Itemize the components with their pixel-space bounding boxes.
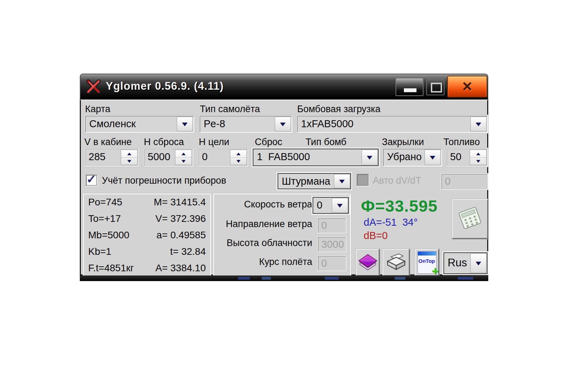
maximize-button[interactable] (426, 79, 444, 95)
h-target-spin-down-button[interactable]: ▼ (230, 158, 246, 165)
bottom-artifacts (262, 277, 271, 280)
cloud-height-field: 3000 (317, 236, 346, 252)
bomb-type-select-value: 1 FAB5000 (253, 149, 360, 166)
window-bottom-edge (80, 275, 488, 281)
flaps-dropdown-arrow-icon[interactable]: ▼ (425, 150, 441, 165)
drop-label: Сброс (255, 137, 282, 148)
course-field: 0 (317, 255, 346, 271)
h-drop-label: Н сброса (144, 137, 184, 148)
result-param: F.t=4851кг (88, 263, 134, 274)
v-cabin-spin-down-button[interactable]: ▼ (121, 158, 137, 165)
result-param: To=+17 (88, 213, 121, 224)
map-select[interactable]: Смоленск ▼ (84, 115, 195, 133)
bombload-dropdown-arrow-icon[interactable]: ▼ (470, 117, 486, 131)
printer-icon (385, 252, 407, 273)
wind-speed-value: 0 (313, 197, 331, 214)
auto-dvdt-checkbox (357, 174, 369, 186)
bombload-label: Бомбовая загрузка (297, 104, 380, 115)
flaps-select-value: Убрано (383, 149, 424, 166)
result-value: V= 372.396 (155, 213, 206, 224)
calculator-icon (455, 205, 485, 233)
ontop-button[interactable]: OnTop + (415, 249, 439, 276)
aircraft-label: Тип самолёта (200, 104, 260, 115)
h-drop-spin-down-button[interactable]: ▼ (175, 158, 191, 165)
result-value: t= 32.84 (170, 246, 206, 257)
crew-position-select[interactable]: Штурмана ▼ (277, 172, 352, 190)
h-target-spin-up-button[interactable]: ▲ (230, 150, 246, 158)
flaps-select[interactable]: Убрано ▼ (382, 148, 442, 167)
wind-speed-dropdown-arrow-icon[interactable]: ▼ (332, 198, 348, 213)
wind-direction-field: 0 (317, 217, 346, 233)
result-row: F.t=4851кг A= 3384.10 (85, 263, 209, 274)
fuel-spin-down-button[interactable]: ▼ (470, 158, 486, 165)
v-cabin-spin-up-button[interactable]: ▲ (121, 150, 137, 158)
calculate-button[interactable] (452, 199, 488, 239)
bombload-select[interactable]: 1xFAB5000 ▼ (296, 115, 488, 133)
h-target-spinner[interactable]: 0 ▲ ▼ (198, 148, 248, 167)
auto-dvdt-label: Авто dV/dT (373, 175, 421, 186)
log-book-button[interactable] (356, 249, 380, 276)
result-value: A= 3384.10 (155, 263, 206, 274)
h-target-label: Н цели (199, 137, 229, 148)
aircraft-dropdown-arrow-icon[interactable]: ▼ (275, 117, 291, 131)
language-select[interactable]: Rus ▼ (443, 252, 488, 275)
aircraft-select[interactable]: Pe-8 ▼ (199, 115, 293, 133)
v-cabin-label: V в кабине (84, 137, 132, 148)
bombload-select-value: 1xFAB5000 (297, 116, 469, 132)
result-value: M= 31415.4 (154, 197, 206, 208)
window-title: Yglomer 0.56.9. (4.11) (106, 80, 224, 93)
window-titlebar[interactable]: Yglomer 0.56.9. (4.11) ✕ (80, 74, 488, 100)
instrument-error-checkbox[interactable]: ✓ (86, 175, 97, 186)
v-cabin-spinner[interactable]: 285 ▲ ▼ (84, 148, 139, 167)
minimize-button[interactable] (396, 78, 424, 96)
fuel-value: 50 (447, 149, 469, 166)
close-icon: ✕ (462, 79, 473, 94)
bottom-artifacts (458, 277, 473, 280)
print-button[interactable] (383, 249, 410, 276)
result-row: Mb=5000 a= 0.49585 (85, 230, 209, 241)
crew-dropdown-arrow-icon[interactable]: ▼ (334, 174, 350, 188)
bomb-type-dropdown-arrow-icon[interactable]: ▼ (362, 150, 378, 165)
wind-direction-label: Направление ветра (226, 219, 312, 230)
da-output: dA=-51 34° (364, 217, 418, 228)
plus-icon: + (432, 266, 439, 276)
v-cabin-value: 285 (85, 149, 120, 166)
close-button[interactable]: ✕ (447, 76, 487, 97)
check-icon: ✓ (86, 172, 97, 186)
map-label: Карта (85, 104, 110, 115)
h-drop-spin-up-button[interactable]: ▲ (175, 150, 191, 158)
window-body: Карта Тип самолёта Бомбовая загрузка Смо… (80, 100, 488, 275)
result-row: Po=745 M= 31415.4 (85, 197, 209, 208)
result-param: Po=745 (88, 197, 122, 208)
phi-output: Ф=33.595 (361, 196, 438, 216)
fuel-label: Топливо (443, 137, 480, 148)
fuel-spinner[interactable]: 50 ▲ ▼ (446, 148, 488, 167)
language-dropdown-arrow-icon[interactable]: ▼ (470, 253, 486, 273)
aircraft-select-value: Pe-8 (200, 116, 274, 132)
result-row: To=+17 V= 372.396 (85, 213, 209, 224)
app-icon (85, 79, 102, 95)
bottom-artifacts (395, 277, 405, 280)
flaps-label: Закрылки (382, 137, 424, 148)
bomb-type-label: Тип бомб (306, 137, 346, 148)
dvdt-field: 0 (441, 173, 488, 190)
bottom-artifacts (238, 277, 250, 280)
h-drop-spinner[interactable]: 5000 ▲ ▼ (144, 148, 194, 167)
db-output: dB=0 (364, 230, 388, 241)
book-icon (357, 252, 378, 273)
result-param: Mb=5000 (88, 230, 130, 241)
result-param: Kb=1 (88, 246, 111, 257)
instrument-error-label: Учёт погрешности приборов (102, 175, 226, 186)
h-target-value: 0 (198, 149, 229, 166)
wind-speed-select[interactable]: 0 ▼ (312, 196, 350, 214)
ontop-window-icon: OnTop + (418, 251, 436, 274)
minimize-icon (404, 88, 416, 92)
wind-speed-label: Скорость ветра (244, 199, 312, 210)
language-value: Rus (443, 252, 469, 274)
bomb-type-select[interactable]: 1 FAB5000 ▼ (252, 148, 379, 167)
desktop: { "window": { "title": "Yglomer 0.56.9. … (0, 0, 588, 368)
result-value: a= 0.49585 (156, 230, 206, 241)
map-dropdown-arrow-icon[interactable]: ▼ (177, 117, 193, 131)
crew-position-value: Штурмана (278, 173, 333, 189)
fuel-spin-up-button[interactable]: ▲ (470, 150, 486, 158)
